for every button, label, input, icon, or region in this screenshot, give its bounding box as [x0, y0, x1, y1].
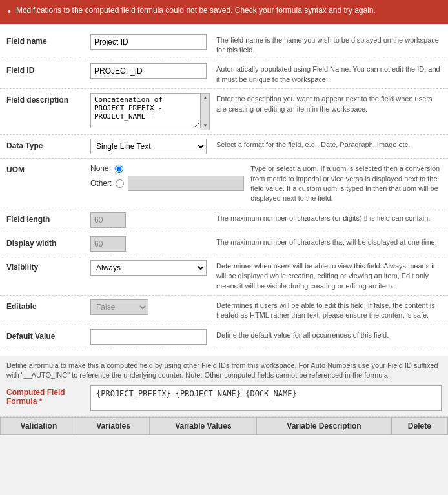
field-name-control — [90, 34, 210, 50]
visibility-label: Visibility — [6, 260, 90, 272]
validation-col-validation: Validation — [1, 418, 77, 435]
uom-other-radio[interactable] — [116, 179, 124, 188]
validation-col-variables: Variables — [77, 418, 150, 435]
editable-control: False True — [90, 299, 210, 315]
uom-section: None: Other: — [90, 163, 244, 191]
validation-col-variable-values: Variable Values — [150, 418, 257, 435]
validation-table: Validation Variables Variable Values Var… — [0, 417, 448, 435]
computed-formula-label: Computed Field Formula * — [6, 385, 84, 406]
field-name-row: Field name The field name is the name yo… — [0, 30, 448, 60]
editable-select[interactable]: False True — [90, 299, 148, 315]
data-type-description: Select a format for the field, e.g., Dat… — [216, 139, 442, 150]
visibility-description: Determines when users will be able to vi… — [216, 260, 442, 291]
uom-label: UOM — [6, 163, 90, 174]
editable-row: Editable False True Determines if users … — [0, 296, 448, 325]
default-value-row: Default Value Define the default value f… — [0, 325, 448, 349]
default-value-label: Default Value — [6, 329, 90, 341]
data-type-label: Data Type — [6, 139, 90, 150]
uom-control: None: Other: — [90, 163, 244, 191]
visibility-row: Visibility Always Edit Only Never Determ… — [0, 256, 448, 296]
field-description-row: Field description Concatenation of PROJE… — [0, 89, 448, 135]
formula-row: Computed Field Formula * {PROJECT_PREFIX… — [6, 385, 442, 411]
display-width-control — [90, 236, 210, 252]
display-width-input[interactable] — [90, 236, 126, 252]
uom-none-radio[interactable] — [115, 165, 123, 173]
field-description-label: Field description — [6, 93, 90, 105]
field-id-row: Field ID Automatically populated using F… — [0, 59, 448, 89]
default-value-control — [90, 329, 210, 345]
display-width-row: Display width The maximum number of char… — [0, 232, 448, 256]
uom-other-row: Other: — [90, 176, 244, 191]
validation-col-variable-description: Variable Description — [257, 418, 392, 435]
field-length-description: The maximum number of characters (or dig… — [216, 212, 442, 223]
field-name-label: Field name — [6, 34, 90, 46]
field-id-input[interactable] — [90, 63, 207, 79]
default-value-description: Define the default value for all occurre… — [216, 329, 442, 340]
field-id-control — [90, 63, 210, 79]
formula-input[interactable]: {PROJECT_PREFIX}-{PROJECT_NAME}-{DOCK_NA… — [90, 385, 442, 411]
scroll-up-arrow[interactable]: ▲ — [203, 95, 208, 101]
field-name-description: The field name is the name you wish to b… — [216, 34, 442, 56]
computed-formula-section: Define a formula to make this a computed… — [0, 356, 448, 418]
computed-formula-description: Define a formula to make this a computed… — [6, 361, 442, 381]
form-container: Field name The field name is the name yo… — [0, 24, 448, 356]
validation-col-delete: Delete — [391, 418, 447, 435]
textarea-scrollbar[interactable]: ▲ ▼ — [201, 93, 210, 130]
uom-row: UOM None: Other: Type or select a uom. I… — [0, 159, 448, 208]
error-banner: • Modifications to the computed field fo… — [0, 0, 448, 24]
editable-description: Determines if users will be able to edit… — [216, 299, 442, 321]
field-id-label: Field ID — [6, 63, 90, 75]
data-type-select[interactable]: Single Line Text Number Date Paragraph — [90, 139, 207, 154]
field-description-textarea[interactable]: Concatenation of PROJECT_PREFIX - PROJEC… — [90, 93, 201, 128]
field-length-label: Field length — [6, 212, 90, 224]
validation-table-header-row: Validation Variables Variable Values Var… — [1, 418, 448, 435]
data-type-control: Single Line Text Number Date Paragraph — [90, 139, 210, 154]
error-bullet: • — [8, 6, 11, 19]
scroll-down-arrow[interactable]: ▼ — [203, 123, 208, 128]
editable-label: Editable — [6, 299, 90, 311]
field-description-desc: Enter the description you want to appear… — [216, 93, 442, 114]
uom-none-label: None: — [90, 164, 111, 173]
field-length-row: Field length The maximum number of chara… — [0, 208, 448, 232]
field-name-input[interactable] — [90, 34, 207, 50]
field-length-control — [90, 212, 210, 228]
field-length-input[interactable] — [90, 212, 126, 228]
uom-other-input[interactable] — [128, 176, 244, 191]
uom-other-label: Other: — [90, 179, 112, 188]
uom-none-row: None: — [90, 164, 244, 173]
field-id-description: Automatically populated using Field Name… — [216, 63, 442, 85]
display-width-description: The maximum number of characters that wi… — [216, 236, 442, 247]
field-description-control: Concatenation of PROJECT_PREFIX - PROJEC… — [90, 93, 210, 130]
default-value-input[interactable] — [90, 329, 207, 345]
visibility-select[interactable]: Always Edit Only Never — [90, 260, 207, 276]
data-type-row: Data Type Single Line Text Number Date P… — [0, 135, 448, 159]
display-width-label: Display width — [6, 236, 90, 248]
error-message: Modifications to the computed field form… — [16, 5, 376, 16]
uom-description: Type or select a uom. If a uom is select… — [250, 163, 442, 204]
visibility-control: Always Edit Only Never — [90, 260, 210, 276]
